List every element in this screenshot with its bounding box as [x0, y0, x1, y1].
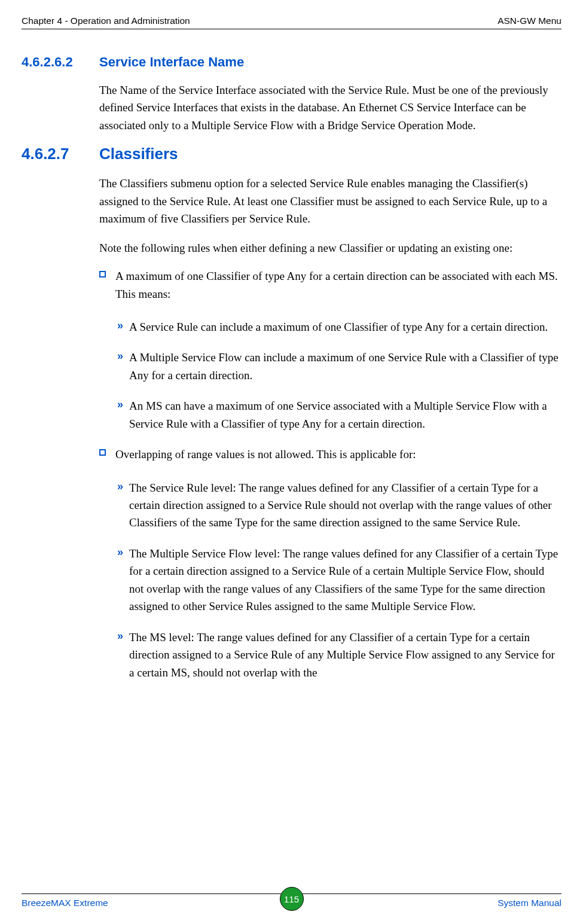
chevron-icon: » [117, 319, 121, 336]
header-right: ASN-GW Menu [497, 16, 561, 26]
sub-text: A Service Rule can include a maximum of … [129, 318, 561, 336]
sub-text: A Multiple Service Flow can include a ma… [129, 349, 561, 384]
chevron-icon: » [117, 546, 121, 615]
page-header: Chapter 4 - Operation and Administration… [22, 16, 561, 29]
section-number: 4.6.2.6.2 [22, 54, 99, 70]
paragraph: Note the following rules when either def… [99, 239, 561, 257]
bullet-list: A maximum of one Classifier of type Any … [99, 267, 561, 303]
header-left: Chapter 4 - Operation and Administration [22, 16, 190, 26]
sub-text: An MS can have a maximum of one Service … [129, 397, 561, 432]
list-item: » A Multiple Service Flow can include a … [117, 349, 561, 384]
list-item: » The Multiple Service Flow level: The r… [117, 545, 561, 615]
chevron-icon: » [117, 350, 121, 384]
sub-text: The Multiple Service Flow level: The ran… [129, 545, 561, 615]
sub-list: » The Service Rule level: The range valu… [117, 479, 561, 681]
paragraph: The Classifiers submenu option for a sel… [99, 175, 561, 227]
page-number-badge: 115 [280, 887, 304, 911]
chevron-icon: » [117, 398, 121, 432]
list-item: » A Service Rule can include a maximum o… [117, 318, 561, 336]
list-item: Overlapping of range values is not allow… [99, 446, 561, 463]
section-number: 4.6.2.7 [22, 145, 99, 163]
bullet-text: Overlapping of range values is not allow… [115, 446, 561, 463]
square-bullet-icon [99, 449, 106, 456]
paragraph: The Name of the Service Interface associ… [99, 81, 561, 134]
footer-right: System Manual [497, 898, 561, 908]
bullet-text: A maximum of one Classifier of type Any … [115, 267, 561, 303]
sub-text: The MS level: The range values defined f… [129, 629, 561, 681]
section-title: Service Interface Name [99, 54, 244, 70]
sub-list: » A Service Rule can include a maximum o… [117, 318, 561, 432]
list-item: » The MS level: The range values defined… [117, 629, 561, 681]
page-footer: BreezeMAX Extreme 115 System Manual [22, 893, 561, 908]
section-heading: 4.6.2.6.2 Service Interface Name [22, 54, 561, 70]
section-title: Classifiers [99, 145, 178, 163]
bullet-list: Overlapping of range values is not allow… [99, 446, 561, 463]
chevron-icon: » [117, 630, 121, 681]
chevron-icon: » [117, 480, 121, 532]
list-item: » An MS can have a maximum of one Servic… [117, 397, 561, 432]
footer-left: BreezeMAX Extreme [22, 898, 108, 908]
section-heading: 4.6.2.7 Classifiers [22, 145, 561, 163]
square-bullet-icon [99, 271, 106, 277]
list-item: » The Service Rule level: The range valu… [117, 479, 561, 532]
list-item: A maximum of one Classifier of type Any … [99, 267, 561, 303]
sub-text: The Service Rule level: The range values… [129, 479, 561, 532]
section-body: The Classifiers submenu option for a sel… [99, 175, 561, 681]
section-body: The Name of the Service Interface associ… [99, 81, 561, 134]
